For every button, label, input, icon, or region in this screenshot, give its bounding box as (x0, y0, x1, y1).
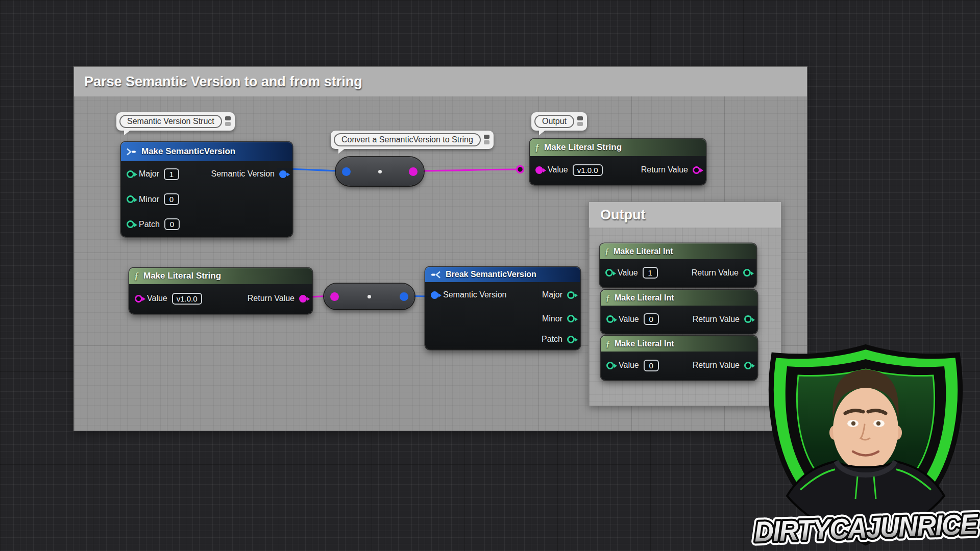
node-header[interactable]: ƒ Make Literal String (129, 268, 312, 284)
pin-value-input[interactable] (606, 315, 614, 323)
node-title: Make Literal String (143, 271, 221, 281)
blueprint-graph-canvas[interactable]: Parse Semantic Version to and from strin… (0, 0, 980, 551)
node-make-literal-int-2[interactable]: ƒ Make Literal Int Value 0 Return Value (601, 290, 757, 334)
pin-semantic-version-input[interactable] (431, 291, 438, 299)
pin-label: Return Value (641, 165, 688, 174)
node-break-semanticversion[interactable]: Break SemanticVersion Semantic Version M… (425, 267, 580, 349)
bubble-convert-semver-to-string[interactable]: Convert a SemanticVersion to String (331, 131, 494, 149)
dirtycajunrice-logo: DIRTYCAJUNRICE DIRTYCAJUNRICE (751, 342, 980, 551)
bubble-pin-icon[interactable] (577, 115, 584, 126)
minor-value-field[interactable]: 0 (164, 193, 179, 205)
pin-label: Major (139, 169, 159, 179)
pin-value-input[interactable] (606, 362, 614, 369)
int-value-field[interactable]: 1 (643, 267, 658, 279)
node-make-literal-int-1[interactable]: ƒ Make Literal Int Value 1 Return Value (600, 243, 756, 287)
pin-minor-input[interactable] (127, 195, 134, 203)
node-title: Break SemanticVersion (446, 270, 536, 279)
pure-function-icon: ƒ (134, 271, 139, 281)
pin-label: Minor (542, 314, 562, 323)
node-title: Make Literal Int (615, 293, 674, 303)
string-value-field[interactable]: v1.0.0 (573, 164, 603, 176)
bubble-tail (539, 130, 546, 135)
bubble-output[interactable]: Output (531, 112, 587, 131)
int-value-field[interactable]: 0 (644, 360, 659, 371)
node-header[interactable]: ƒ Make Literal Int (601, 336, 757, 352)
node-title: Make SemanticVersion (141, 146, 235, 157)
pure-function-icon: ƒ (606, 294, 610, 302)
pin-label: Major (542, 290, 562, 299)
pin-label: Patch (542, 335, 562, 344)
pin-patch-input[interactable] (127, 220, 134, 228)
convert-output-pin[interactable] (400, 292, 408, 301)
pin-label: Value (619, 361, 639, 370)
node-convert-semver-to-string[interactable] (336, 157, 424, 186)
node-header[interactable]: Break SemanticVersion (425, 267, 580, 282)
pin-value-input[interactable] (535, 166, 543, 174)
pin-return-value-output[interactable] (693, 166, 700, 174)
string-value-field[interactable]: v1.0.0 (172, 293, 202, 305)
bubble-text: Semantic Version Struct (119, 115, 222, 128)
convert-input-pin[interactable] (342, 167, 351, 176)
pin-label: Return Value (693, 315, 740, 324)
bubble-pin-icon[interactable] (484, 133, 491, 144)
convert-dot-icon (368, 295, 371, 298)
pin-label: Value (147, 294, 167, 303)
node-header[interactable]: ƒ Make Literal String (530, 139, 706, 156)
node-convert-string-to-semver[interactable] (324, 284, 414, 309)
pin-label: Return Value (692, 268, 739, 278)
pin-value-input[interactable] (605, 269, 613, 277)
int-value-field[interactable]: 0 (644, 313, 659, 325)
convert-output-pin[interactable] (409, 167, 418, 176)
logo-wordmark: DIRTYCAJUNRICE DIRTYCAJUNRICE (754, 508, 979, 547)
node-header[interactable]: ƒ Make Literal Int (600, 243, 756, 259)
pure-function-icon: ƒ (535, 143, 540, 152)
bubble-pin-icon[interactable] (225, 115, 232, 126)
convert-dot-icon (378, 170, 382, 173)
pin-label: Return Value (693, 361, 740, 370)
wire-knot[interactable] (517, 166, 524, 173)
node-header[interactable]: ƒ Make Literal Int (601, 290, 757, 306)
bubble-semantic-version-struct[interactable]: Semantic Version Struct (116, 112, 235, 131)
pin-major-output[interactable] (567, 291, 575, 299)
bubble-text: Convert a SemanticVersion to String (334, 133, 481, 146)
bubble-tail (338, 148, 345, 154)
node-title: Make Literal Int (614, 247, 673, 256)
svg-text:DIRTYCAJUNRICE: DIRTYCAJUNRICE (754, 508, 979, 547)
node-header[interactable]: Make SemanticVersion (121, 142, 292, 161)
node-make-literal-string-bottom[interactable]: ƒ Make Literal String Value v1.0.0 Retur… (129, 268, 312, 314)
node-make-semanticversion[interactable]: Make SemanticVersion Major 1 Semantic Ve… (121, 142, 292, 237)
pin-return-value-output[interactable] (744, 362, 752, 369)
node-make-literal-int-3[interactable]: ƒ Make Literal Int Value 0 Return Value (601, 336, 757, 380)
node-make-literal-string-top[interactable]: ƒ Make Literal String Value v1.0.0 Retur… (530, 139, 706, 185)
node-title: Make Literal Int (615, 339, 674, 348)
pin-label: Value (548, 165, 568, 174)
pin-label: Value (619, 315, 639, 324)
pin-label: Return Value (248, 294, 295, 303)
pin-return-value-output[interactable] (743, 269, 751, 277)
make-struct-icon (126, 148, 137, 156)
node-title: Make Literal String (544, 142, 622, 153)
major-value-field[interactable]: 1 (164, 168, 179, 180)
pin-label: Minor (139, 195, 159, 204)
pin-label: Value (618, 268, 638, 278)
bubble-tail (124, 130, 131, 135)
pin-return-value-output[interactable] (299, 295, 307, 303)
pin-major-input[interactable] (127, 170, 134, 178)
pin-return-value-output[interactable] (744, 315, 752, 323)
pin-label: Semantic Version (443, 290, 507, 299)
convert-input-pin[interactable] (330, 292, 339, 301)
pin-patch-output[interactable] (567, 336, 575, 343)
pin-label: Patch (139, 220, 160, 229)
pin-label: Semantic Version (211, 169, 275, 179)
pin-value-input[interactable] (135, 295, 142, 303)
patch-value-field[interactable]: 0 (164, 218, 180, 230)
pin-minor-output[interactable] (567, 315, 575, 322)
pure-function-icon: ƒ (606, 340, 610, 348)
break-struct-icon (430, 271, 441, 279)
bubble-text: Output (534, 115, 574, 128)
pin-semantic-version-output[interactable] (279, 170, 287, 178)
pure-function-icon: ƒ (605, 247, 609, 256)
